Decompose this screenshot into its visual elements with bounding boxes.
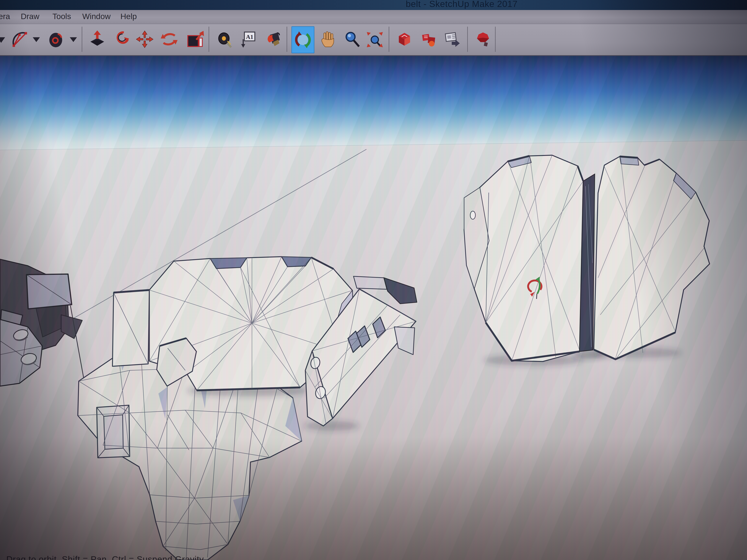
zoom-tool-icon [342, 28, 362, 50]
clipped-dropdown-icon[interactable] [0, 34, 7, 45]
arc-tool-button[interactable] [9, 26, 31, 52]
shapes-tool-button[interactable] [45, 26, 67, 52]
arc-tool-icon [10, 28, 29, 50]
share-model-button[interactable] [418, 26, 440, 52]
zoom-tool-button[interactable] [341, 26, 363, 52]
warehouse-page-button[interactable] [442, 26, 464, 52]
sketchup-window: belt - SketchUp Make 2017 era Draw Tools… [0, 0, 747, 560]
viewport-canvas[interactable] [0, 56, 747, 560]
pushpull-tool-button[interactable] [86, 26, 108, 52]
text-tool-icon: A1 [239, 28, 258, 50]
toolbar-separator [495, 27, 496, 52]
follow-me-tool-icon [111, 28, 130, 50]
menu-item-tools[interactable]: Tools [52, 12, 71, 21]
shapes-flyout-dropdown-icon[interactable] [68, 34, 79, 45]
toolbar-separator [209, 27, 209, 52]
menu-item-help[interactable]: Help [121, 12, 137, 21]
tape-measure-tool-icon [215, 28, 235, 50]
paint-bucket-button[interactable] [261, 26, 283, 52]
pan-tool-icon [318, 28, 337, 50]
rotate-tool-icon [159, 28, 179, 50]
orbit-tool-button[interactable] [291, 26, 314, 53]
toolbar-separator [389, 27, 389, 52]
toolbar-separator [82, 27, 82, 52]
menu-bar: era Draw Tools Window Help [0, 10, 747, 24]
window-title: belt - SketchUp Make 2017 [406, 0, 518, 9]
extension-warehouse-icon [473, 28, 493, 50]
warehouse-page-icon [444, 28, 463, 50]
menu-item-window[interactable]: Window [82, 12, 111, 21]
svg-text:A1: A1 [246, 33, 253, 40]
toolbar-separator [287, 27, 287, 52]
model-viewport[interactable]: Drag to orbit. Shift = Pan. Ctrl = Suspe… [0, 56, 747, 560]
menu-item-camera-partial[interactable]: era [0, 12, 10, 21]
move-tool-icon [135, 28, 154, 50]
text-tool-button[interactable]: A1 [238, 26, 260, 52]
get-models-button[interactable] [393, 26, 415, 52]
get-models-icon [395, 28, 414, 50]
scale-tool-button[interactable] [184, 26, 206, 52]
orbit-tool-icon [293, 29, 313, 51]
zoom-extents-button[interactable] [364, 26, 386, 52]
tape-measure-button[interactable] [214, 26, 236, 52]
share-model-icon [420, 28, 439, 50]
followme-tool-button[interactable] [110, 26, 132, 52]
paint-bucket-tool-icon [262, 28, 282, 50]
pan-tool-button[interactable] [317, 26, 339, 52]
scale-tool-icon [185, 28, 205, 50]
toolbar: A1 [0, 24, 747, 56]
rotate-tool-button[interactable] [158, 26, 180, 52]
status-hint: Drag to orbit. Shift = Pan. Ctrl = Suspe… [6, 554, 204, 560]
pushpull-tool-icon [87, 28, 107, 50]
shapes-circle-tool-icon [47, 28, 66, 50]
zoom-extents-tool-icon [365, 28, 384, 50]
arc-flyout-dropdown-icon[interactable] [31, 34, 42, 45]
move-tool-button[interactable] [134, 26, 156, 52]
toolbar-separator [467, 27, 468, 52]
extension-warehouse-button[interactable] [472, 26, 494, 52]
sky [0, 56, 747, 151]
title-bar: belt - SketchUp Make 2017 [0, 0, 747, 10]
menu-item-draw[interactable]: Draw [21, 12, 39, 21]
